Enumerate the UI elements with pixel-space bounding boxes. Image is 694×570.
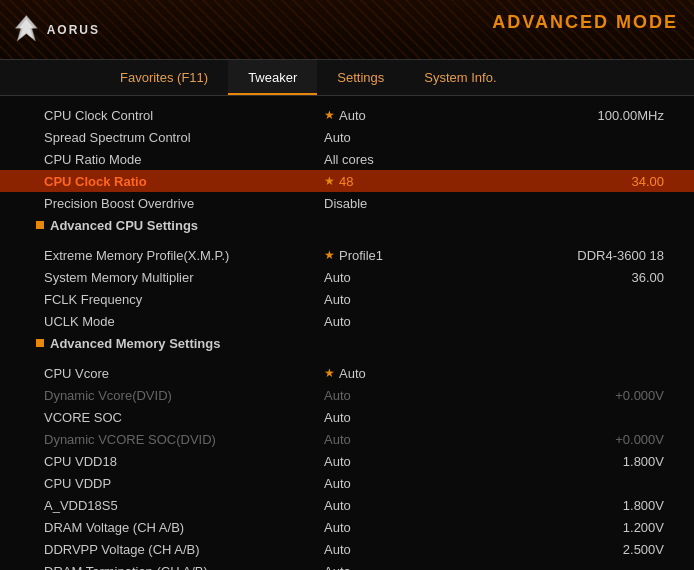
aorus-logo-icon xyxy=(10,12,43,48)
header: AORUS ADVANCED MODE xyxy=(0,0,694,60)
row-a-vdd18s5[interactable]: A_VDD18S5 Auto 1.800V xyxy=(0,494,694,516)
star-icon-cpu-clock: ★ xyxy=(324,108,335,122)
section-square-cpu xyxy=(36,221,44,229)
row-extreme-mem[interactable]: Extreme Memory Profile(X.M.P.) ★ Profile… xyxy=(0,244,694,266)
logo-text: AORUS xyxy=(47,23,100,37)
row-dram-termination[interactable]: DRAM Termination (CH A/B) Auto xyxy=(0,560,694,570)
row-dram-voltage[interactable]: DRAM Voltage (CH A/B) Auto 1.200V xyxy=(0,516,694,538)
nav-tabs: Favorites (F11) Tweaker Settings System … xyxy=(0,60,694,96)
tab-favorites[interactable]: Favorites (F11) xyxy=(100,60,228,95)
row-cpu-vdd18[interactable]: CPU VDD18 Auto 1.800V xyxy=(0,450,694,472)
spacer2 xyxy=(0,354,694,362)
row-cpu-clock-ratio[interactable]: CPU Clock Ratio ★ 48 34.00 xyxy=(0,170,694,192)
row-dynamic-vcore[interactable]: Dynamic Vcore(DVID) Auto +0.000V xyxy=(0,384,694,406)
row-sys-mem-mult[interactable]: System Memory Multiplier Auto 36.00 xyxy=(0,266,694,288)
row-vcore-soc[interactable]: VCORE SOC Auto xyxy=(0,406,694,428)
row-dynamic-vcore-soc[interactable]: Dynamic VCORE SOC(DVID) Auto +0.000V xyxy=(0,428,694,450)
star-icon-cpu-ratio: ★ xyxy=(324,174,335,188)
row-precision-boost[interactable]: Precision Boost Overdrive Disable xyxy=(0,192,694,214)
row-spread-spectrum[interactable]: Spread Spectrum Control Auto xyxy=(0,126,694,148)
tab-sysinfo[interactable]: System Info. xyxy=(404,60,516,95)
row-cpu-clock-control[interactable]: CPU Clock Control ★ Auto 100.00MHz xyxy=(0,104,694,126)
star-icon-vcore: ★ xyxy=(324,366,335,380)
spacer1 xyxy=(0,236,694,244)
star-icon-xmp: ★ xyxy=(324,248,335,262)
advanced-mode-label: ADVANCED MODE xyxy=(492,12,678,33)
logo-area: AORUS xyxy=(0,12,100,48)
section-square-mem xyxy=(36,339,44,347)
row-fclk-freq[interactable]: FCLK Frequency Auto xyxy=(0,288,694,310)
row-cpu-vddp[interactable]: CPU VDDP Auto xyxy=(0,472,694,494)
row-adv-cpu-settings[interactable]: Advanced CPU Settings xyxy=(0,214,694,236)
content-area: CPU Clock Control ★ Auto 100.00MHz Sprea… xyxy=(0,96,694,570)
tab-tweaker[interactable]: Tweaker xyxy=(228,60,317,95)
tab-settings[interactable]: Settings xyxy=(317,60,404,95)
row-cpu-ratio-mode[interactable]: CPU Ratio Mode All cores xyxy=(0,148,694,170)
row-uclk-mode[interactable]: UCLK Mode Auto xyxy=(0,310,694,332)
row-adv-mem-settings[interactable]: Advanced Memory Settings xyxy=(0,332,694,354)
row-ddrvpp-voltage[interactable]: DDRVPP Voltage (CH A/B) Auto 2.500V xyxy=(0,538,694,560)
row-cpu-vcore[interactable]: CPU Vcore ★ Auto xyxy=(0,362,694,384)
